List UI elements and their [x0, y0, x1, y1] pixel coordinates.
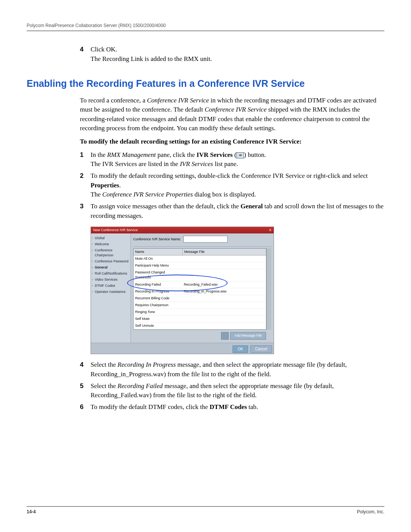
pre-step-4: 4 Click OK. The Recording Link is added … — [80, 45, 384, 64]
step-5: 5 Select the Recording Failed message, a… — [80, 382, 384, 400]
nav-item-active[interactable]: General — [92, 265, 130, 271]
cancel-button[interactable]: Cancel — [250, 345, 272, 353]
scrollbar[interactable] — [266, 248, 271, 330]
ok-button[interactable]: OK — [233, 345, 248, 353]
column-name: Name — [134, 249, 183, 255]
nav-item[interactable]: Roll Call/Notifications — [92, 271, 130, 277]
footer-company: Polycom, Inc. — [357, 509, 384, 514]
nav-item[interactable]: Welcome — [92, 241, 130, 247]
nav-item[interactable]: Conference Chairperson — [92, 247, 130, 258]
page-footer: 14-4 Polycom, Inc. — [27, 506, 384, 514]
step-text: The Recording Link is added to the RMX u… — [91, 54, 384, 64]
column-file: Message File — [183, 249, 266, 255]
step-2: 2 To modify the default recording settin… — [80, 171, 384, 200]
service-name-label: Conference IVR Service Name: — [133, 237, 181, 242]
step-6: 6 To modify the default DTMF codes, clic… — [80, 403, 384, 412]
nav-item[interactable]: Conference Password — [92, 258, 130, 264]
subheading: To modify the default recording settings… — [80, 137, 384, 147]
page-number: 14-4 — [27, 509, 36, 514]
service-name-input[interactable] — [183, 236, 228, 243]
nav-item[interactable]: Video Services — [92, 277, 130, 283]
step-3: 3 To assign voice messages other than th… — [80, 202, 384, 220]
page-header: Polycom RealPresence Collaboration Serve… — [27, 23, 384, 31]
preview-icon[interactable] — [221, 332, 229, 340]
step-1: 1 In the RMX Management pane, click the … — [80, 150, 384, 169]
nav-item[interactable]: Global — [92, 235, 130, 241]
section-heading: Enabling the Recording Features in a Con… — [27, 77, 384, 90]
dialog-screenshot: New Conference IVR Service X Global Welc… — [91, 227, 274, 354]
ivr-services-icon: ## — [236, 152, 244, 158]
close-icon[interactable]: X — [269, 228, 271, 233]
dialog-titlebar: New Conference IVR Service X — [91, 227, 274, 233]
dialog-nav: Global Welcome Conference Chairperson Co… — [91, 233, 131, 343]
step-number: 4 — [80, 45, 91, 64]
intro-paragraph: To record a conference, a Conference IVR… — [80, 96, 384, 134]
nav-item[interactable]: Operator Assistance — [92, 289, 130, 295]
step-text: Click OK. — [91, 45, 384, 54]
dialog-title: New Conference IVR Service — [93, 228, 138, 233]
header-title: Polycom RealPresence Collaboration Serve… — [27, 23, 166, 28]
step-4: 4 Select the Recording In Progress messa… — [80, 360, 384, 379]
nav-item[interactable]: DTMF Codes — [92, 283, 130, 289]
add-message-button[interactable]: Add Message File — [230, 332, 266, 340]
